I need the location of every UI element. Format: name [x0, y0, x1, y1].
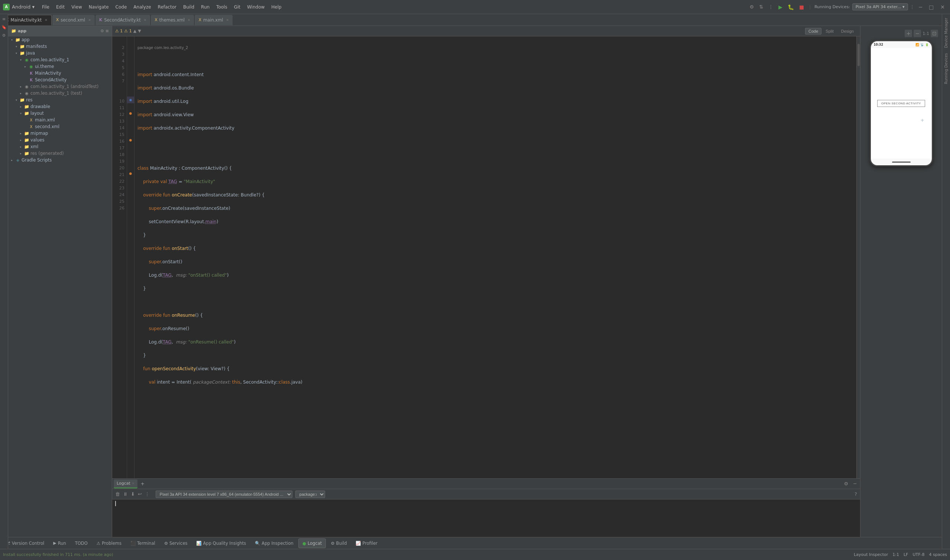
sidebar-gear-icon[interactable]: ⚙ — [100, 29, 104, 34]
menu-git[interactable]: Git — [232, 4, 243, 11]
tab-main-xml[interactable]: X main.xml ✕ — [195, 15, 232, 25]
tab-themes-xml[interactable]: X themes.xml ✕ — [151, 15, 194, 25]
tab-second-activity-kt[interactable]: K SecondActivity.kt ✕ — [95, 15, 151, 25]
layout-inspector-link[interactable]: Layout Inspector — [854, 552, 888, 557]
tree-item-java[interactable]: ▾ 📁 java — [8, 50, 112, 57]
navigate-down-icon[interactable]: ▼ — [138, 29, 141, 34]
logcat-options-icon[interactable]: ⋮ — [145, 491, 150, 497]
logcat-pause-icon[interactable]: ⏸ — [123, 491, 128, 497]
code-view-button[interactable]: Code — [805, 28, 821, 35]
tree-item-res[interactable]: ▾ 📁 res — [8, 97, 112, 103]
tab-logcat[interactable]: Logcat ✕ — [114, 479, 137, 488]
tab-add[interactable]: + — [138, 479, 147, 488]
menu-help[interactable]: Help — [269, 4, 283, 11]
indent-indicator[interactable]: 4 spaces — [929, 552, 947, 557]
tree-item-res-gen[interactable]: ▸ 📁 res (generated) — [8, 150, 112, 157]
tool-version-control[interactable]: ⎇ Version Control — [2, 538, 48, 548]
tree-item-manifests[interactable]: ▾ 📁 manifests — [8, 43, 112, 50]
tree-item-second-xml[interactable]: X second.xml — [8, 123, 112, 130]
sdk-manager-icon[interactable]: ⚙ — [748, 3, 756, 11]
project-dropdown[interactable]: Android ▾ — [12, 4, 35, 10]
tree-item-com-leo-android-test[interactable]: ▸ ◉ com.leo.activity_1 (androidTest) — [8, 83, 112, 90]
lf-indicator[interactable]: LF — [904, 552, 908, 557]
tool-logcat[interactable]: ● Logcat — [298, 538, 326, 548]
design-view-button[interactable]: Design — [838, 28, 857, 35]
tool-app-inspection[interactable]: 🔍 App Inspection — [251, 538, 297, 548]
tree-item-xml[interactable]: ▸ 📁 xml — [8, 143, 112, 150]
tool-profiler[interactable]: 📈 Profiler — [351, 538, 382, 548]
tool-terminal[interactable]: ⬛ Terminal — [126, 538, 159, 548]
tool-app-quality[interactable]: 📊 App Quality Insights — [192, 538, 250, 548]
sync-icon[interactable]: ⇅ — [758, 3, 765, 11]
encoding-indicator[interactable]: UTF-8 — [913, 552, 924, 557]
tool-run[interactable]: ▶ Run — [49, 538, 70, 548]
error-indicator[interactable]: ⚠ 1 — [124, 29, 131, 34]
device-zoom-out-icon[interactable]: − — [914, 30, 921, 37]
logcat-filter-select[interactable]: package:mine — [296, 491, 325, 498]
tree-item-drawable[interactable]: ▸ 📁 drawable — [8, 103, 112, 110]
tool-todo[interactable]: TODO — [71, 538, 92, 548]
logcat-help-icon[interactable]: ? — [855, 491, 857, 497]
more-options-icon[interactable]: ⋮ — [910, 5, 915, 10]
line-col-indicator[interactable]: 1:1 — [892, 552, 899, 557]
tree-item-com-leo-test[interactable]: ▸ ◉ com.leo.activity_1 (test) — [8, 90, 112, 97]
tree-item-values[interactable]: ▸ 📁 values — [8, 137, 112, 143]
logcat-scroll-icon[interactable]: ⬇ — [131, 491, 135, 497]
tab-close-icon[interactable]: ✕ — [226, 18, 229, 22]
warning-indicator[interactable]: ⚠ 1 — [115, 29, 123, 34]
menu-view[interactable]: View — [69, 4, 84, 11]
tab-close-icon[interactable]: ✕ — [88, 18, 91, 22]
vertical-scrollbar[interactable] — [856, 36, 860, 478]
tree-item-main-activity[interactable]: K MainActivity — [8, 70, 112, 77]
device-zoom-in-icon[interactable]: + — [905, 30, 912, 37]
menu-code[interactable]: Code — [113, 4, 129, 11]
device-toolbar: + − 1:1 ⊡ — [864, 30, 938, 37]
stop-button[interactable]: ■ — [798, 3, 805, 11]
settings-icon[interactable]: ⋮ — [767, 3, 774, 11]
menu-edit[interactable]: Edit — [54, 4, 67, 11]
menu-window[interactable]: Window — [245, 4, 267, 11]
tree-item-app[interactable]: ▾ 📁 app — [8, 36, 112, 43]
logcat-tab-close[interactable]: ✕ — [132, 482, 135, 485]
tree-item-mipmap[interactable]: ▸ 📁 mipmap — [8, 130, 112, 137]
tree-item-second-activity[interactable]: K SecondActivity — [8, 77, 112, 83]
run-button[interactable]: ▶ — [777, 3, 784, 11]
logcat-settings-icon[interactable]: ⚙ — [842, 481, 851, 486]
tree-item-gradle[interactable]: ▸ ◈ Gradle Scripts — [8, 157, 112, 163]
tab-main-activity-kt[interactable]: K MainActivity.kt ✕ — [2, 15, 52, 25]
tab-close-icon[interactable]: ✕ — [188, 18, 191, 22]
menu-run[interactable]: Run — [199, 4, 212, 11]
open-second-activity-button[interactable]: OPEN SECOND ACTIVITY — [877, 100, 925, 107]
window-close[interactable]: ✕ — [938, 3, 947, 11]
split-view-button[interactable]: Split — [822, 28, 837, 35]
logcat-device-select[interactable]: Pixel 3a API 34 extension level 7 x86_64… — [156, 491, 293, 498]
tool-services[interactable]: ⚙ Services — [160, 538, 192, 548]
tab-second-xml[interactable]: X second.xml ✕ — [52, 15, 95, 25]
tree-item-ui-theme[interactable]: ▸ ◉ ui.theme — [8, 63, 112, 70]
menu-file[interactable]: File — [40, 4, 52, 11]
device-selector[interactable]: Pixel 3a API 34 exter... ▾ — [852, 3, 908, 11]
tree-item-layout[interactable]: ▾ 📁 layout — [8, 110, 112, 117]
menu-build[interactable]: Build — [181, 4, 197, 11]
debug-button[interactable]: 🐛 — [786, 3, 796, 11]
tab-close-icon[interactable]: ✕ — [45, 18, 48, 22]
menu-navigate[interactable]: Navigate — [86, 4, 111, 11]
logcat-clear-icon[interactable]: 🗑 — [115, 491, 120, 497]
window-maximize[interactable]: □ — [927, 3, 936, 11]
window-minimize[interactable]: ─ — [917, 3, 924, 11]
tree-item-main-xml[interactable]: X main.xml — [8, 117, 112, 123]
menu-tools[interactable]: Tools — [214, 4, 229, 11]
tool-build[interactable]: ⚙ Build — [326, 538, 351, 548]
tool-problems[interactable]: ⚠ Problems — [92, 538, 126, 548]
navigate-up-icon[interactable]: ▲ — [133, 29, 136, 34]
menu-analyze[interactable]: Analyze — [131, 4, 153, 11]
code-text[interactable]: package com.leo.activity_2 import androi… — [134, 36, 856, 478]
sidebar-collapse-icon[interactable]: ≡ — [106, 29, 109, 34]
device-fit-icon[interactable]: ⊡ — [931, 30, 938, 37]
menu-refactor[interactable]: Refactor — [156, 4, 179, 11]
logcat-wrap-icon[interactable]: ↩ — [138, 491, 142, 497]
tab-close-icon[interactable]: ✕ — [144, 18, 147, 22]
logcat-close-icon[interactable]: ─ — [851, 481, 859, 486]
tree-item-com-leo-1[interactable]: ▾ ◉ com.leo.activity_1 — [8, 57, 112, 63]
code-editor[interactable]: 2 3 4 5 6 7 10 11 12 13 14 15 — [112, 36, 860, 478]
